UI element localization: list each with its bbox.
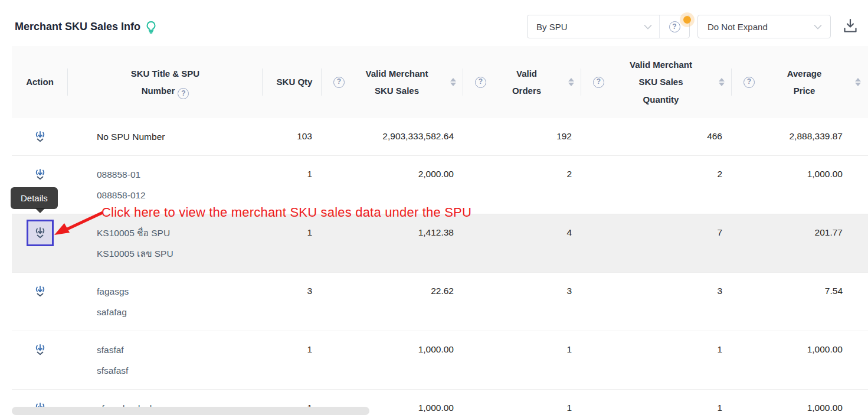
scrollbar-thumb[interactable] (12, 407, 369, 415)
sku-title-link[interactable]: KS10005 ชื่อ SPU (97, 223, 258, 243)
spu-number: KS10005 เลข SPU (97, 243, 258, 264)
column-header-average-price[interactable]: ? Average Price (732, 46, 868, 118)
notification-dot (683, 16, 691, 24)
valid-qty-value: 7 (581, 214, 732, 273)
question-circle-icon: ? (669, 21, 680, 32)
average-price-value: 2,888,339.87 (732, 118, 868, 156)
group-by-select[interactable]: By SPU (528, 15, 659, 38)
valid-orders-value: 3 (463, 273, 581, 331)
table-row-highlighted: KS10005 ชื่อ SPUKS10005 เลข SPU 1 1,412.… (12, 214, 868, 273)
sort-icon[interactable] (719, 78, 725, 86)
expand-select-value: Do Not Expand (707, 22, 814, 32)
sku-sales-table: Action SKU Title & SPU Number? SKU Qty ?… (12, 46, 868, 418)
valid-orders-value: 4 (463, 214, 581, 273)
column-header-sku-title: SKU Title & SPU Number? (68, 46, 263, 118)
page-title-text: Merchant SKU Sales Info (15, 21, 140, 33)
sku-title-link[interactable]: sfasfaf (97, 339, 258, 360)
action-cell (12, 331, 68, 390)
valid-sales-value: 1,000.00 (322, 331, 463, 390)
table-header-row: Action SKU Title & SPU Number? SKU Qty ?… (12, 46, 868, 118)
sku-title-link[interactable]: No SPU Number (97, 126, 258, 147)
chevron-down-icon (814, 24, 822, 30)
chevron-down-icon (644, 24, 652, 30)
average-price-value: 1,000.00 (732, 331, 868, 390)
column-header-sku-qty: SKU Qty (263, 46, 322, 118)
horizontal-scrollbar[interactable] (12, 407, 868, 415)
spu-number: sfsafasf (97, 360, 258, 381)
annotation-text: Click here to view the merchant SKU sale… (101, 205, 471, 220)
sort-icon[interactable] (568, 78, 574, 86)
lightbulb-icon[interactable] (145, 21, 157, 34)
download-button[interactable] (843, 18, 858, 34)
group-by-control: By SPU ? (527, 15, 690, 38)
sku-qty-value: 1 (263, 331, 322, 390)
valid-qty-value: 466 (581, 118, 732, 156)
average-price-value: 1,000.00 (732, 156, 868, 214)
valid-sales-value: 1,412.38 (322, 214, 463, 273)
column-header-valid-qty[interactable]: ? Valid Merchant SKU Sales Quantity (581, 46, 732, 118)
expand-details-icon[interactable] (34, 344, 47, 357)
spu-number: 088858-012 (97, 185, 258, 205)
valid-qty-value: 1 (581, 331, 732, 390)
group-by-select-value: By SPU (536, 22, 644, 32)
valid-sales-value: 2,903,333,582.64 (322, 118, 463, 156)
spu-number: safafag (97, 302, 258, 322)
details-tooltip: Details (11, 187, 58, 209)
valid-sales-value: 22.62 (322, 273, 463, 331)
valid-orders-value: 192 (463, 118, 581, 156)
expand-details-icon[interactable] (34, 227, 47, 240)
action-cell (12, 273, 68, 331)
column-header-valid-orders[interactable]: ? Valid Orders (463, 46, 581, 118)
sort-icon[interactable] (450, 78, 456, 86)
table-row: fagasgssafafag 3 22.62 3 3 7.54 (12, 273, 868, 331)
sku-qty-value: 103 (263, 118, 322, 156)
annotation-arrow-icon (48, 207, 107, 241)
sku-qty-value: 3 (263, 273, 322, 331)
average-price-value: 201.77 (732, 214, 868, 273)
help-icon[interactable]: ? (333, 77, 345, 88)
expand-select[interactable]: Do Not Expand (697, 15, 831, 38)
expand-details-icon[interactable] (34, 168, 47, 181)
details-tooltip-label: Details (21, 193, 48, 203)
sku-title-link[interactable]: 088858-01 (97, 164, 258, 185)
help-icon[interactable]: ? (743, 77, 755, 88)
valid-orders-value: 2 (463, 156, 581, 214)
table-row: No SPU Number 103 2,903,333,582.64 192 4… (12, 118, 868, 156)
sort-icon[interactable] (855, 78, 861, 86)
table-row: sfasfafsfsafasf 1 1,000.00 1 1 1,000.00 (12, 331, 868, 390)
help-icon[interactable]: ? (593, 77, 604, 88)
page-title: Merchant SKU Sales Info (15, 19, 157, 34)
help-icon[interactable]: ? (178, 88, 189, 99)
action-cell (12, 118, 68, 156)
expand-details-icon[interactable] (34, 285, 47, 298)
column-header-action: Action (12, 46, 68, 118)
sku-qty-value: 1 (263, 214, 322, 273)
help-icon[interactable]: ? (475, 77, 486, 88)
expand-details-icon[interactable] (34, 130, 47, 143)
column-header-valid-sales[interactable]: ? Valid Merchant SKU Sales (322, 46, 463, 118)
valid-qty-value: 3 (581, 273, 732, 331)
sku-title-link[interactable]: fagasgs (97, 281, 258, 302)
valid-orders-value: 1 (463, 331, 581, 390)
average-price-value: 7.54 (732, 273, 868, 331)
valid-qty-value: 2 (581, 156, 732, 214)
